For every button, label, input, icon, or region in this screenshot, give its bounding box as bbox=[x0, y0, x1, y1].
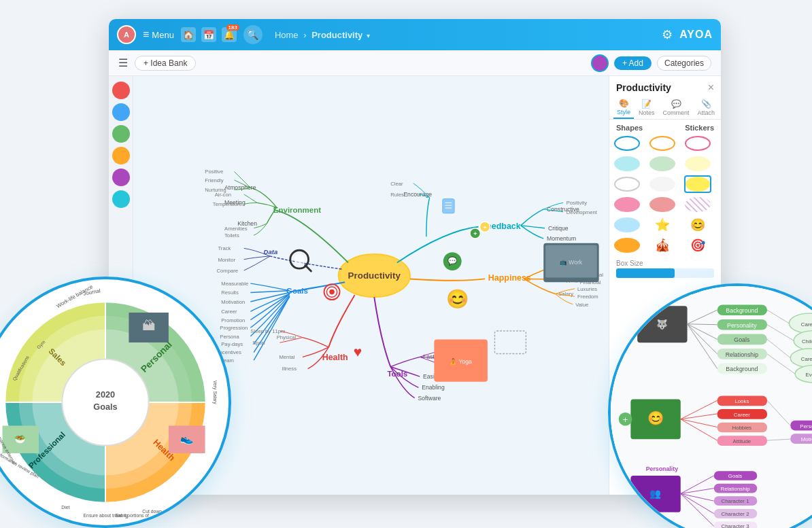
svg-text:Career: Career bbox=[734, 412, 750, 418]
breadcrumb-dropdown-icon[interactable]: ▾ bbox=[367, 32, 370, 39]
svg-text:Air-con: Air-con bbox=[215, 192, 231, 198]
style-icon: 🎨 bbox=[619, 99, 629, 108]
shape-oval-pink-solid[interactable] bbox=[613, 196, 641, 213]
panel-header: Productivity × bbox=[609, 76, 721, 96]
top-bar: A ≡ Menu 🏠 📅 🔔 183 🔍 Home › Productivity… bbox=[109, 19, 721, 50]
svg-text:+: + bbox=[473, 230, 477, 237]
svg-text:Hobbies: Hobbies bbox=[732, 425, 751, 431]
svg-text:Monitor: Monitor bbox=[218, 257, 235, 263]
svg-rect-70 bbox=[443, 199, 454, 213]
tab-style[interactable]: 🎨 Style bbox=[613, 96, 634, 119]
box-size-fill bbox=[616, 268, 675, 278]
tab-attach[interactable]: 📎 Attach bbox=[694, 97, 719, 118]
shape-sticker-1[interactable]: 🎪 bbox=[649, 236, 676, 254]
svg-text:Very Salary: Very Salary bbox=[212, 381, 218, 404]
idea-bank-button[interactable]: + Idea Bank bbox=[135, 56, 196, 71]
svg-text:Goals: Goals bbox=[734, 336, 750, 343]
shape-wave[interactable] bbox=[613, 216, 641, 234]
notifications-icon[interactable]: 🔔 183 bbox=[222, 27, 237, 42]
breadcrumb: Home › Productivity ▾ bbox=[275, 30, 370, 40]
sidebar-user-2[interactable] bbox=[112, 103, 130, 121]
sidebar-user-6[interactable] bbox=[112, 190, 130, 208]
tab-notes-label: Notes bbox=[639, 109, 655, 116]
shape-oval-pink[interactable] bbox=[684, 135, 711, 152]
svg-text:Sleep by 11pm: Sleep by 11pm bbox=[250, 328, 285, 334]
svg-text:Mental: Mental bbox=[279, 354, 294, 360]
tab-notes[interactable]: 📝 Notes bbox=[635, 97, 658, 118]
svg-text:♥: ♥ bbox=[354, 344, 362, 359]
svg-text:Character 2: Character 2 bbox=[722, 511, 749, 517]
categories-button[interactable]: Categories bbox=[657, 56, 711, 71]
shape-smile[interactable]: 😊 bbox=[684, 216, 711, 234]
search-button[interactable]: 🔍 bbox=[243, 25, 263, 44]
sidebar-user-3[interactable] bbox=[112, 125, 130, 143]
svg-text:😊: 😊 bbox=[647, 410, 664, 426]
shapes-stickers-header: Shapes Stickers bbox=[609, 122, 721, 135]
shape-pattern[interactable] bbox=[684, 196, 711, 213]
smile-icon: 😊 bbox=[690, 217, 705, 232]
shapes-label: Shapes bbox=[616, 124, 643, 132]
hamburger-icon: ≡ bbox=[143, 29, 149, 41]
svg-point-76 bbox=[294, 254, 305, 264]
svg-text:Personality: Personality bbox=[646, 465, 679, 472]
shape-oval-cyan-filled[interactable] bbox=[613, 155, 641, 173]
breadcrumb-home[interactable]: Home bbox=[275, 30, 299, 40]
svg-text:Productivity: Productivity bbox=[348, 270, 401, 281]
shape-oval-yellow-filled[interactable] bbox=[684, 155, 711, 173]
sidebar-toggle-icon[interactable]: ☰ bbox=[118, 56, 128, 69]
shape-oval-blue[interactable] bbox=[613, 135, 641, 152]
shape-oval-red[interactable] bbox=[649, 196, 676, 213]
home-icon[interactable]: 🏠 bbox=[181, 27, 196, 42]
user-avatar[interactable]: A bbox=[117, 25, 136, 44]
panel-tabs: 🎨 Style 📝 Notes 💬 Comment 📎 Attach ✓ bbox=[609, 96, 721, 120]
top-bar-icons: 🏠 📅 🔔 183 bbox=[181, 27, 237, 42]
svg-text:Luxuries: Luxuries bbox=[577, 286, 597, 292]
svg-text:+: + bbox=[483, 224, 487, 231]
svg-text:Background: Background bbox=[726, 307, 758, 314]
menu-label: Menu bbox=[152, 30, 174, 40]
settings-icon[interactable]: ⚙ bbox=[662, 27, 673, 42]
panel-close-button[interactable]: × bbox=[708, 82, 714, 94]
svg-text:Positive: Positive bbox=[205, 169, 223, 175]
menu-button[interactable]: ≡ Menu bbox=[143, 29, 174, 41]
svg-text:Attitude: Attitude bbox=[733, 438, 751, 444]
top-bar-right: ⚙ AYOA bbox=[662, 27, 713, 42]
calendar-icon[interactable]: 📅 bbox=[201, 27, 216, 42]
svg-text:Career: Career bbox=[801, 321, 812, 328]
breadcrumb-separator: › bbox=[303, 30, 306, 40]
sidebar-user-5[interactable] bbox=[112, 169, 130, 186]
tab-tasks[interactable]: ✓ Tasks bbox=[720, 97, 721, 118]
shape-oval-orange[interactable] bbox=[649, 135, 676, 152]
shape-oval-green-filled[interactable] bbox=[649, 155, 676, 173]
shape-oval-gray[interactable] bbox=[649, 175, 676, 193]
svg-text:Motivation: Motivation bbox=[801, 436, 812, 442]
shape-oval-white[interactable] bbox=[613, 175, 641, 193]
svg-rect-84 bbox=[494, 331, 526, 354]
zoom-circle-right: 🐺 Background Personality Goals Relations… bbox=[608, 283, 812, 528]
sidebar-user-1[interactable] bbox=[112, 82, 130, 99]
svg-text:Momentum: Momentum bbox=[547, 235, 576, 242]
svg-text:Clear: Clear bbox=[390, 181, 403, 187]
svg-text:Friendly: Friendly bbox=[205, 177, 223, 183]
comment-icon: 💬 bbox=[671, 99, 681, 109]
box-size-bar[interactable] bbox=[616, 268, 714, 278]
right-circle-content: 🐺 Background Personality Goals Relations… bbox=[611, 286, 812, 528]
svg-text:🧘 Yoga: 🧘 Yoga bbox=[450, 358, 472, 366]
tab-comment[interactable]: 💬 Comment bbox=[660, 97, 693, 118]
tab-attach-label: Attach bbox=[698, 109, 715, 116]
shape-star[interactable]: ⭐ bbox=[649, 216, 676, 234]
shape-oval-yellow-solid[interactable] bbox=[684, 175, 711, 193]
shape-sticker-2[interactable]: 🎯 bbox=[684, 236, 711, 254]
star-icon: ⭐ bbox=[655, 217, 670, 232]
svg-text:Rules: Rules bbox=[390, 192, 404, 198]
svg-text:Track: Track bbox=[218, 245, 231, 251]
add-button[interactable]: + Add bbox=[614, 56, 652, 70]
svg-text:Personality: Personality bbox=[800, 423, 812, 429]
sec-bar-right: + Add Categories bbox=[591, 54, 711, 72]
svg-text:Compare: Compare bbox=[217, 268, 239, 274]
svg-text:💬: 💬 bbox=[447, 256, 458, 266]
sidebar-user-4[interactable] bbox=[112, 147, 130, 164]
shape-orange-blob[interactable] bbox=[613, 236, 641, 254]
svg-text:Sport: Sport bbox=[252, 340, 265, 346]
svg-text:Temperature: Temperature bbox=[213, 201, 242, 207]
